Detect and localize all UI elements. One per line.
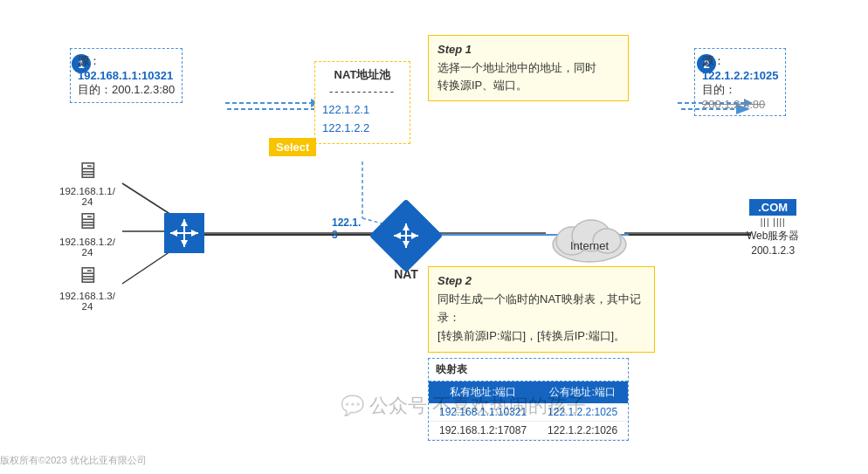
step1-text2: 转换源IP、端口。: [437, 77, 619, 94]
row2-public: 122.1.2.2:1026: [537, 422, 628, 440]
mapping-table-data: 私有地址:端口 公有地址:端口 192.168.1.1:10321 122.1.…: [429, 381, 628, 440]
svg-marker-19: [181, 240, 188, 247]
table-row: 192.168.1.2:17087 122.1.2.2:1026: [429, 422, 628, 440]
computer-label-1: 192.168.1.1/24: [59, 186, 115, 207]
nat-pool-ip2: 122.1.2.2: [322, 120, 403, 138]
nat-pool-divider: ------------: [322, 85, 403, 98]
internet-cloud: Internet: [546, 208, 633, 267]
svg-marker-24: [403, 223, 410, 230]
nat-pool-title: NAT地址池: [322, 67, 403, 83]
step1-title: Step 1: [437, 43, 619, 56]
mapping-table-title: 映射表: [429, 359, 628, 381]
source-right-dest1: 目的：: [702, 82, 778, 98]
nat-ip-extra: 122.1.3: [332, 216, 361, 241]
diagram-container: 1 源： 192.168.1.1:10321 目的：200.1.2.3:80 2…: [0, 0, 868, 474]
computer-label-2: 192.168.1.2/24: [59, 237, 115, 258]
source-left-line1: 源：: [78, 53, 175, 69]
server-ip-text: 200.1.2.3: [751, 244, 795, 257]
source-box-right: 源： 122.1.2.2:1025 目的： 200.1.2.3:80: [694, 48, 786, 116]
nat-pool-ip1: 122.1.2.1: [322, 101, 403, 120]
source-right-ip: 122.1.2.2:1025: [702, 69, 778, 82]
col-public: 公有地址:端口: [537, 381, 628, 403]
svg-marker-27: [411, 232, 418, 239]
nat-router-container: NAT: [380, 210, 432, 281]
source-box-left: 源： 192.168.1.1:10321 目的：200.1.2.3:80: [70, 48, 183, 103]
select-box: Select: [269, 138, 316, 156]
computer-icon-2: 🖥: [76, 208, 99, 235]
step2-title: Step 2: [437, 274, 645, 287]
nat-pool-box: NAT地址池 ------------ 122.1.2.1 122.1.2.2: [314, 61, 410, 144]
source-left-dest: 目的：200.1.2.3:80: [78, 82, 175, 98]
computer-3: 🖥 192.168.1.3/24: [59, 262, 115, 312]
row2-private: 192.168.1.2:17087: [429, 422, 537, 440]
server-name: Web服务器 200.1.2.3: [747, 229, 799, 258]
com-badge: .COM: [749, 199, 796, 216]
svg-marker-25: [403, 241, 410, 248]
svg-text:Internet: Internet: [570, 239, 609, 252]
computer-1: 🖥 192.168.1.1/24: [59, 157, 115, 207]
source-right-line1: 源：: [702, 53, 778, 69]
row1-public: 122.1.2.2:1025: [537, 403, 628, 422]
step1-box: Step 1 选择一个地址池中的地址，同时 转换源IP、端口。: [428, 35, 629, 101]
server-lines: ||| ||||: [761, 217, 786, 227]
mapping-table: 映射表 私有地址:端口 公有地址:端口 192.168.1.1:10321 12…: [428, 358, 629, 441]
computer-label-3: 192.168.1.3/24: [59, 291, 115, 312]
computer-icon-3: 🖥: [76, 262, 99, 289]
svg-marker-20: [170, 230, 177, 237]
step2-text2: [转换前源IP:端口]，[转换后IP:端口]。: [437, 327, 645, 346]
com-label: .COM: [758, 201, 788, 214]
switch-icon: [164, 213, 204, 253]
step1-text1: 选择一个地址池中的地址，同时: [437, 59, 619, 77]
table-row: 192.168.1.1:10321 122.1.2.2:1025: [429, 403, 628, 422]
row1-private: 192.168.1.1:10321: [429, 403, 537, 422]
wechat-icon: 💬: [341, 395, 369, 416]
computer-icon-1: 🖥: [76, 157, 99, 184]
svg-marker-26: [394, 232, 401, 239]
source-left-ip: 192.168.1.1:10321: [78, 69, 175, 82]
svg-marker-21: [191, 230, 198, 237]
server-name-text: Web服务器: [747, 230, 799, 242]
web-server: .COM ||| |||| Web服务器 200.1.2.3: [747, 199, 799, 258]
step2-box: Step 2 同时生成一个临时的NAT映射表，其中记录： [转换前源IP:端口]…: [428, 266, 655, 353]
computer-2: 🖥 192.168.1.2/24: [59, 208, 115, 258]
copyright: 版权所有©2023 优化比亚有限公司: [0, 454, 147, 467]
step2-text1: 同时生成一个临时的NAT映射表，其中记录：: [437, 291, 645, 327]
source-right-dest2: 200.1.2.3:80: [702, 98, 778, 111]
svg-marker-18: [181, 219, 188, 226]
col-private: 私有地址:端口: [429, 381, 537, 403]
